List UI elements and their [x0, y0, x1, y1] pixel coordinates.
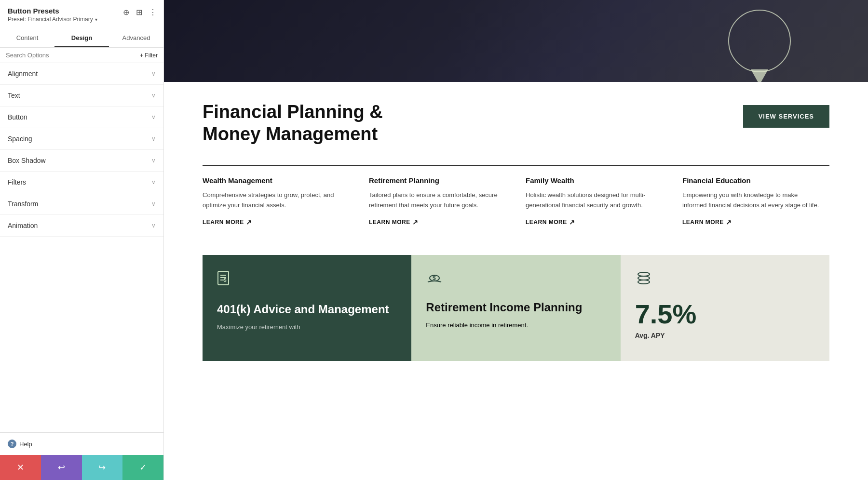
left-panel: Button Presets Preset: Financial Advisor…	[0, 0, 164, 480]
hero-keyboard-bg	[446, 0, 868, 82]
arrow-icon: ↗	[569, 218, 575, 226]
service-card-wealth: Wealth Management Comprehensive strategi…	[203, 165, 359, 236]
fp-title-line1: Financial Planning &	[203, 101, 383, 123]
arrow-icon: ↗	[246, 218, 252, 226]
card-desc-401k: Maximize your retirement with	[217, 322, 397, 332]
chevron-down-icon: ∨	[151, 114, 156, 120]
learn-more-wealth[interactable]: LEARN MORE ↗	[203, 218, 350, 226]
hero-image	[164, 0, 868, 82]
chevron-down-icon: ∨	[151, 200, 156, 207]
main-content: Financial Planning & Money Management VI…	[164, 0, 868, 480]
service-card-family: Family Wealth Holistic wealth solutions …	[516, 165, 673, 236]
card-stat-label-apy: Avg. APY	[635, 332, 815, 339]
card-apy: 7.5% Avg. APY	[621, 255, 829, 361]
arrow-icon: ↗	[726, 218, 732, 226]
section-box-shadow[interactable]: Box Shadow ∨	[0, 150, 163, 172]
confirm-button[interactable]: ✓	[122, 455, 163, 480]
filter-button[interactable]: + Filter	[140, 52, 158, 59]
panel-header: Button Presets Preset: Financial Advisor…	[0, 0, 163, 26]
learn-more-retirement[interactable]: LEARN MORE ↗	[369, 218, 506, 226]
coins-stack-icon	[635, 270, 815, 289]
svg-text:$: $	[433, 275, 436, 281]
service-desc-wealth: Comprehensive strategies to grow, protec…	[203, 190, 350, 211]
learn-more-family[interactable]: LEARN MORE ↗	[526, 218, 663, 226]
target-icon[interactable]: ⊕	[122, 7, 130, 18]
section-text[interactable]: Text ∨	[0, 85, 163, 107]
panel-tabs: Content Design Advanced	[0, 29, 163, 48]
cards-row: $ 401(k) Advice and Management Maximize …	[164, 255, 868, 371]
svg-point-8	[638, 276, 650, 280]
service-name-family: Family Wealth	[526, 171, 663, 190]
chevron-down-icon: ∨	[151, 222, 156, 229]
panel-bottom-bar: ✕ ↩ ↪ ✓	[0, 455, 163, 480]
card-title-retirement-income: Retirement Income Planning	[426, 301, 606, 315]
service-card-retirement: Retirement Planning Tailored plans to en…	[359, 165, 516, 236]
view-services-button[interactable]: VIEW SERVICES	[743, 105, 829, 128]
section-alignment[interactable]: Alignment ∨	[0, 63, 163, 85]
search-bar: + Filter	[0, 48, 163, 63]
columns-icon[interactable]: ⊞	[135, 7, 143, 18]
more-icon[interactable]: ⋮	[148, 7, 158, 18]
help-icon: ?	[8, 440, 16, 448]
card-desc-retirement-income: Ensure reliable income in retirement.	[426, 320, 606, 330]
svg-point-9	[638, 280, 650, 284]
undo-icon: ↩	[58, 462, 65, 473]
close-button[interactable]: ✕	[0, 455, 41, 480]
undo-button[interactable]: ↩	[41, 455, 82, 480]
card-401k: $ 401(k) Advice and Management Maximize …	[203, 255, 411, 361]
services-grid: Wealth Management Comprehensive strategi…	[164, 164, 868, 255]
panel-sections: Alignment ∨ Text ∨ Button ∨ Spacing ∨ Bo…	[0, 63, 163, 432]
help-label[interactable]: Help	[19, 440, 32, 448]
document-dollar-icon: $	[217, 270, 397, 291]
redo-button[interactable]: ↪	[82, 455, 123, 480]
checkmark-icon: ✓	[139, 462, 147, 473]
service-name-education: Financial Education	[682, 171, 820, 190]
card-stat-apy: 7.5%	[635, 301, 815, 328]
card-retirement-income: $ Retirement Income Planning Ensure reli…	[411, 255, 620, 361]
service-card-education: Financial Education Empowering you with …	[673, 165, 829, 236]
section-spacing[interactable]: Spacing ∨	[0, 128, 163, 150]
svg-text:$: $	[224, 278, 227, 283]
tab-advanced[interactable]: Advanced	[109, 29, 163, 47]
close-icon: ✕	[17, 462, 24, 473]
chevron-down-icon: ∨	[151, 179, 156, 186]
chevron-down-icon: ∨	[151, 135, 156, 142]
tab-design[interactable]: Design	[54, 29, 109, 47]
service-desc-retirement: Tailored plans to ensure a comfortable, …	[369, 190, 506, 211]
money-hand-icon: $	[426, 270, 606, 289]
section-transform[interactable]: Transform ∨	[0, 193, 163, 215]
fp-section: Financial Planning & Money Management VI…	[164, 82, 868, 164]
service-name-retirement: Retirement Planning	[369, 171, 506, 190]
redo-icon: ↪	[98, 462, 106, 473]
circle-decoration	[728, 10, 791, 72]
card-title-401k: 401(k) Advice and Management	[217, 303, 397, 317]
section-button[interactable]: Button ∨	[0, 107, 163, 128]
section-animation[interactable]: Animation ∨	[0, 215, 163, 237]
learn-more-education[interactable]: LEARN MORE ↗	[682, 218, 820, 226]
service-desc-education: Empowering you with knowledge to make in…	[682, 190, 820, 211]
chevron-down-icon: ∨	[151, 70, 156, 77]
circle-pointer	[751, 69, 768, 82]
tab-content[interactable]: Content	[0, 29, 54, 47]
chevron-down-icon: ∨	[151, 157, 156, 164]
fp-title: Financial Planning & Money Management	[203, 101, 383, 145]
service-name-wealth: Wealth Management	[203, 171, 350, 190]
svg-point-7	[638, 272, 650, 276]
service-desc-family: Holistic wealth solutions designed for m…	[526, 190, 663, 211]
search-input[interactable]	[6, 52, 136, 59]
panel-footer: ? Help	[0, 432, 163, 455]
section-filters[interactable]: Filters ∨	[0, 172, 163, 193]
arrow-icon: ↗	[412, 218, 419, 226]
panel-icon-group: ⊕ ⊞ ⋮	[122, 7, 158, 18]
preset-arrow-icon: ▾	[95, 17, 97, 22]
chevron-down-icon: ∨	[151, 92, 156, 99]
fp-title-line2: Money Management	[203, 123, 383, 146]
preset-label: Preset: Financial Advisor Primary	[8, 16, 93, 23]
